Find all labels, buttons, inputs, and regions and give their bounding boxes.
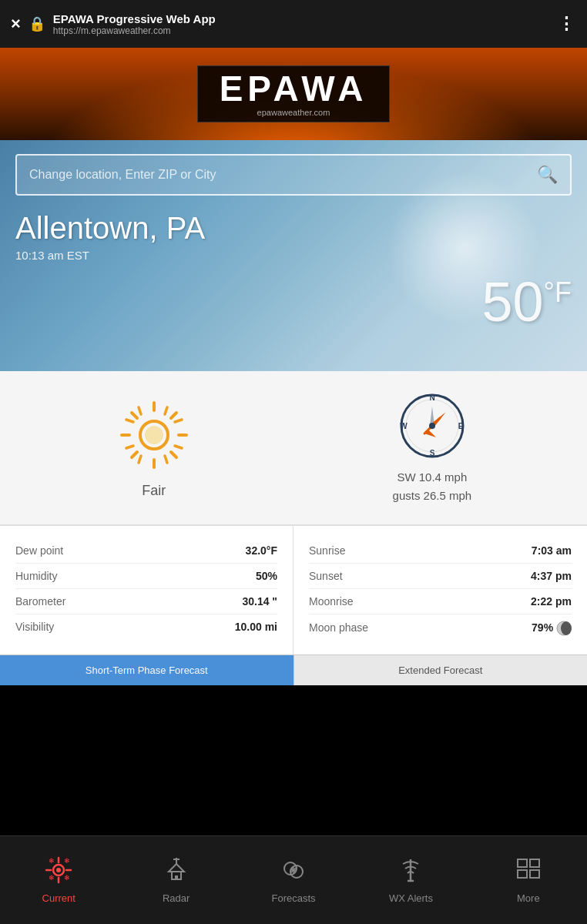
location-search-bar[interactable]: 🔍 — [15, 154, 572, 196]
sunrise-value: 7:03 am — [532, 544, 572, 557]
nav-item-current[interactable]: ❄ ❄ ❄ ❄ Current — [0, 836, 117, 924]
browser-url: https://m.epawaweather.com — [53, 25, 550, 36]
humidity-value: 50% — [256, 570, 277, 582]
forecast-tabs-strip: Short-Term Phase Forecast Extended Forec… — [0, 654, 587, 685]
more-icon — [515, 856, 542, 888]
tab-short-term-forecast[interactable]: Short-Term Phase Forecast — [0, 655, 294, 685]
search-icon[interactable]: 🔍 — [537, 165, 558, 185]
nav-label-current: Current — [42, 892, 75, 904]
weather-condition-container: Fair — [116, 397, 193, 499]
svg-line-12 — [175, 420, 182, 422]
svg-point-32 — [56, 868, 61, 872]
compass-icon: N S E W — [397, 391, 467, 460]
svg-text:N: N — [429, 393, 434, 402]
svg-line-9 — [165, 407, 167, 414]
stat-barometer: Barometer 30.14 " — [15, 589, 277, 614]
nav-label-forecasts: Forecasts — [271, 892, 315, 904]
svg-text:E: E — [458, 422, 464, 430]
nav-item-forecasts[interactable]: Forecasts — [235, 836, 352, 924]
svg-line-11 — [126, 446, 133, 448]
close-icon[interactable]: × — [11, 14, 21, 34]
temp-unit: °F — [544, 276, 572, 308]
wind-container: N S E W SW 10.4 mph gusts 26.5 mph — [393, 391, 472, 505]
barometer-label: Barometer — [15, 595, 65, 608]
header-banner: EPAWA epawaweather.com — [0, 48, 587, 140]
dewpoint-value: 32.0°F — [246, 544, 277, 557]
forecasts-icon — [280, 856, 307, 888]
browser-chrome: × 🔒 EPAWA Progressive Web App https://m.… — [0, 0, 587, 48]
browser-menu-icon[interactable]: ⋮ — [558, 14, 576, 34]
browser-title-area: EPAWA Progressive Web App https://m.epaw… — [53, 12, 550, 36]
wx-alerts-icon — [397, 856, 424, 888]
svg-rect-56 — [518, 870, 527, 878]
conditions-panel: Fair N S E W — [0, 371, 587, 525]
dewpoint-label: Dew point — [15, 544, 63, 557]
svg-line-7 — [132, 452, 137, 457]
svg-line-6 — [171, 413, 176, 418]
visibility-label: Visibility — [15, 621, 54, 633]
wind-info: SW 10.4 mph gusts 26.5 mph — [393, 468, 472, 505]
stat-visibility: Visibility 10.00 mi — [15, 614, 277, 639]
svg-line-14 — [139, 456, 141, 463]
stat-humidity: Humidity 50% — [15, 564, 277, 589]
browser-title: EPAWA Progressive Web App — [53, 12, 550, 25]
barometer-value: 30.14 " — [242, 595, 277, 608]
svg-line-10 — [126, 420, 133, 422]
main-content: 🔍 Allentown, PA 10:13 am EST 50°F — [0, 140, 587, 685]
svg-marker-42 — [169, 864, 184, 872]
svg-text:❄: ❄ — [49, 857, 55, 865]
location-input[interactable] — [29, 168, 537, 182]
svg-point-28 — [429, 423, 435, 429]
svg-text:S: S — [430, 449, 435, 457]
svg-line-13 — [175, 446, 182, 448]
epawa-logo-sub: epawaweather.com — [220, 108, 368, 117]
lock-icon: 🔒 — [29, 15, 45, 32]
svg-line-5 — [171, 452, 176, 457]
radar-icon — [163, 856, 190, 888]
nav-item-radar[interactable]: Radar — [117, 836, 234, 924]
temperature-display: 50°F — [15, 274, 572, 330]
condition-label: Fair — [142, 483, 166, 499]
moonrise-value: 2:22 pm — [531, 595, 572, 608]
svg-rect-45 — [175, 875, 178, 879]
nav-item-wx-alerts[interactable]: WX Alerts — [352, 836, 469, 924]
svg-line-8 — [139, 407, 141, 414]
nav-item-more[interactable]: More — [470, 836, 587, 924]
svg-line-4 — [132, 413, 137, 418]
nav-label-wx-alerts: WX Alerts — [389, 892, 433, 904]
nav-label-radar: Radar — [163, 892, 190, 904]
svg-rect-54 — [518, 859, 527, 867]
stat-dewpoint: Dew point 32.0°F — [15, 538, 277, 564]
stats-right-col: Sunrise 7:03 am Sunset 4:37 pm Moonrise … — [294, 526, 587, 654]
svg-text:❄: ❄ — [49, 874, 55, 882]
tab-extended-forecast[interactable]: Extended Forecast — [294, 655, 588, 685]
svg-point-17 — [145, 426, 163, 444]
stat-moonrise: Moonrise 2:22 pm — [309, 589, 572, 614]
wind-gusts-text: gusts 26.5 mph — [393, 487, 472, 505]
sunset-value: 4:37 pm — [531, 570, 572, 582]
stat-sunset: Sunset 4:37 pm — [309, 564, 572, 589]
temp-value: 50 — [482, 271, 544, 333]
city-time: 10:13 am EST — [15, 249, 572, 262]
svg-rect-57 — [530, 870, 539, 878]
moon-phase-icon — [556, 621, 572, 636]
stat-moonphase: Moon phase 79% — [309, 614, 572, 642]
bottom-nav: ❄ ❄ ❄ ❄ Current Radar — [0, 835, 587, 924]
moonrise-label: Moonrise — [309, 595, 354, 608]
stats-left-col: Dew point 32.0°F Humidity 50% Barometer … — [0, 526, 294, 654]
wind-speed-text: SW 10.4 mph — [393, 468, 472, 487]
svg-line-15 — [165, 456, 167, 463]
nav-label-more: More — [517, 892, 540, 904]
moonphase-value: 79% — [532, 621, 572, 636]
svg-text:❄: ❄ — [64, 857, 70, 865]
stat-sunrise: Sunrise 7:03 am — [309, 538, 572, 564]
sunrise-label: Sunrise — [309, 544, 345, 557]
stats-grid: Dew point 32.0°F Humidity 50% Barometer … — [0, 525, 587, 654]
current-icon: ❄ ❄ ❄ ❄ — [45, 856, 72, 888]
moonphase-label: Moon phase — [309, 621, 368, 634]
epawa-logo: EPAWA epawaweather.com — [197, 65, 391, 122]
svg-point-30 — [561, 621, 572, 635]
visibility-value: 10.00 mi — [235, 621, 277, 633]
epawa-logo-text: EPAWA — [220, 71, 368, 106]
svg-rect-55 — [530, 859, 539, 867]
